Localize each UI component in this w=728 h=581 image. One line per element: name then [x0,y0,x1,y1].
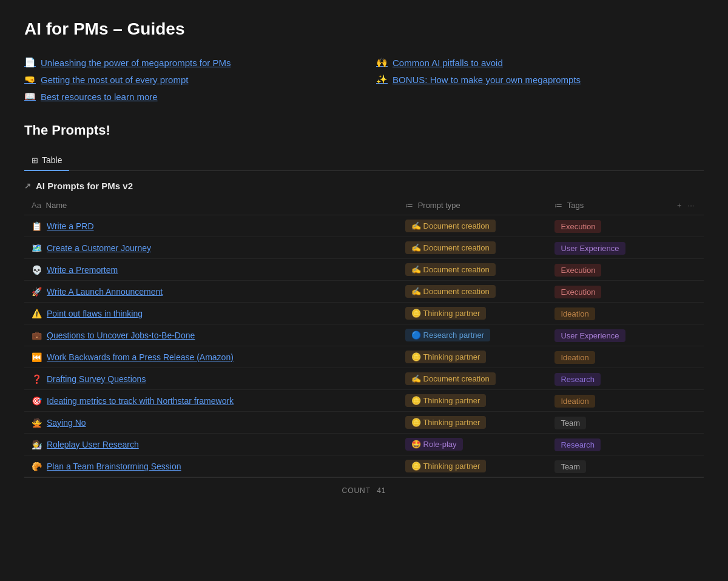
row-name-text: Questions to Uncover Jobs-to-Be-Done [47,331,195,340]
prompt-type-badge: 🪙 Thinking partner [405,460,486,472]
col-icon-tags: ≔ [554,201,562,210]
link-icon-1: 📄 [24,57,36,68]
cell-prompt-type: ✍️ Document creation [398,281,547,303]
link-pitfalls[interactable]: 🤜 Getting the most out of every prompt [24,73,352,86]
col-icon-name: Aa [32,201,41,210]
links-section: 📄 Unleashing the power of megaprompts fo… [24,56,704,103]
cell-prompt-type: 🪙 Thinking partner [398,346,547,368]
tab-table[interactable]: ⊞ Table [24,150,69,171]
tag-badge: Team [554,460,586,473]
cell-actions [670,324,704,346]
row-name-text: Work Backwards from a Press Release (Ama… [47,352,234,362]
table-row[interactable]: ⚠️Point out flaws in thinking🪙 Thinking … [24,303,704,324]
row-icon: 📋 [32,221,42,231]
count-value: 41 [377,486,386,495]
table-header-row: Aa Name ≔ Prompt type ≔ Tags + ··· [24,196,704,215]
cell-name: 🥐Plan a Team Brainstorming Session [24,455,398,477]
cell-actions [670,434,704,455]
link-resources[interactable]: 📖 Best resources to learn more [24,90,352,103]
cell-actions [670,455,704,477]
prompt-type-badge: ✍️ Document creation [405,372,496,385]
row-icon: 💼 [32,331,42,340]
cell-actions [670,281,704,303]
tag-badge: Research [554,373,601,386]
prompt-type-badge: ✍️ Document creation [405,263,496,276]
cell-prompt-type: ✍️ Document creation [398,215,547,237]
prompts-table: Aa Name ≔ Prompt type ≔ Tags + ··· 📋Writ… [24,196,704,477]
tag-badge: Execution [554,286,601,298]
cell-tags: Execution [547,281,670,303]
link-megaprompts[interactable]: 📄 Unleashing the power of megaprompts fo… [24,56,352,69]
cell-prompt-type: 🪙 Thinking partner [398,303,547,324]
cell-tags: Ideation [547,390,670,412]
prompt-type-badge: 🤩 Role-play [405,438,463,451]
row-icon: 💀 [32,265,42,275]
prompt-type-badge: 🪙 Thinking partner [405,307,486,320]
cell-name: 💼Questions to Uncover Jobs-to-Be-Done [24,324,398,346]
cell-actions [670,412,704,434]
cell-prompt-type: ✍️ Document creation [398,259,547,281]
table-row[interactable]: 🚀Write A Launch Announcement✍️ Document … [24,281,704,303]
cell-tags: Team [547,455,670,477]
cell-actions [670,237,704,259]
col-header-actions: + ··· [670,196,704,215]
page-title: AI for PMs – Guides [24,19,704,39]
tag-badge: Ideation [554,307,595,320]
row-name-text: Drafting Survey Questions [47,374,146,384]
row-icon: 🙅 [32,418,42,428]
cell-name: 💀Write a Premortem [24,259,398,281]
row-icon: ⏮️ [32,352,42,362]
link-icon-4: ✨ [376,74,388,85]
col-header-tags: ≔ Tags [547,196,670,215]
link-icon-5: 📖 [24,91,36,102]
tag-badge: Team [554,417,586,429]
row-name-text: Write A Launch Announcement [47,287,163,297]
cell-prompt-type: ✍️ Document creation [398,237,547,259]
row-icon: 🥐 [32,462,42,471]
cell-actions [670,259,704,281]
row-name-text: Create a Customer Journey [47,243,151,253]
link-bonus[interactable]: ✨ BONUS: How to make your own megaprompt… [376,73,704,86]
tag-badge: Ideation [554,395,595,408]
tag-badge: Execution [554,264,601,277]
table-row[interactable]: 💀Write a Premortem✍️ Document creationEx… [24,259,704,281]
table-row[interactable]: 🎯Ideating metrics to track with Northsta… [24,390,704,412]
prompt-type-badge: 🪙 Thinking partner [405,394,486,407]
table-row[interactable]: ⏮️Work Backwards from a Press Release (A… [24,346,704,368]
prompt-type-badge: 🪙 Thinking partner [405,351,486,363]
cell-name: ❓Drafting Survey Questions [24,368,398,390]
cell-name: 🙅Saying No [24,412,398,434]
more-options-icon[interactable]: ··· [688,201,695,210]
link-getting-most[interactable]: 🙌 Common AI pitfalls to avoid [376,56,704,69]
row-icon: 🎯 [32,396,42,406]
cell-prompt-type: 🪙 Thinking partner [398,390,547,412]
cell-actions [670,390,704,412]
cell-name: ⏮️Work Backwards from a Press Release (A… [24,346,398,368]
table-row[interactable]: ❓Drafting Survey Questions✍️ Document cr… [24,368,704,390]
table-row[interactable]: 🧑‍🔬Roleplay User Research🤩 Role-playRese… [24,434,704,455]
cell-name: 🗺️Create a Customer Journey [24,237,398,259]
cell-prompt-type: 🔵 Research partner [398,324,547,346]
table-row[interactable]: 🥐Plan a Team Brainstorming Session🪙 Thin… [24,455,704,477]
tag-badge: Research [554,438,601,451]
cell-name: 🎯Ideating metrics to track with Northsta… [24,390,398,412]
cell-tags: Research [547,434,670,455]
section-title: The Prompts! [24,123,704,138]
table-icon: ⊞ [32,156,38,165]
cell-tags: Execution [547,259,670,281]
cell-actions [670,346,704,368]
add-column-icon[interactable]: + [677,201,682,210]
col-header-prompt-type: ≔ Prompt type [398,196,547,215]
col-header-name: Aa Name [24,196,398,215]
table-row[interactable]: 🗺️Create a Customer Journey✍️ Document c… [24,237,704,259]
row-name-text: Ideating metrics to track with Northstar… [47,396,234,406]
table-row[interactable]: 📋Write a PRD✍️ Document creationExecutio… [24,215,704,237]
table-row[interactable]: 💼Questions to Uncover Jobs-to-Be-Done🔵 R… [24,324,704,346]
row-icon: 🚀 [32,287,42,297]
cell-actions [670,215,704,237]
cell-prompt-type: ✍️ Document creation [398,368,547,390]
cell-tags: Research [547,368,670,390]
cell-actions [670,303,704,324]
tag-badge: User Experience [554,329,625,342]
table-row[interactable]: 🙅Saying No🪙 Thinking partnerTeam [24,412,704,434]
